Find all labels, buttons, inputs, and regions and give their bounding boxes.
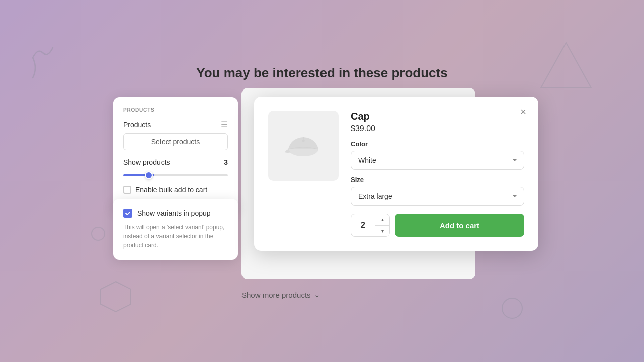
slider-container [123,169,228,178]
size-select[interactable]: Small Medium Large Extra large [351,187,524,206]
page-heading: You may be interested in these products [196,65,447,81]
quantity-decrement-button[interactable]: ▾ [375,226,389,237]
svg-point-1 [92,227,105,240]
product-image [268,111,339,181]
popup-description: This will open a 'select variant' popup,… [123,223,228,250]
color-select[interactable]: White Black Navy Red [351,151,524,170]
left-panel: PRODUCTS Products ☰ Select products Show… [113,97,238,212]
bulk-add-checkbox[interactable] [123,186,131,194]
quantity-value: 2 [351,214,375,236]
product-modal: × Cap $39.00 Color White Black Navy Red … [254,97,538,251]
add-to-cart-button[interactable]: Add to cart [395,214,524,237]
show-more-products[interactable]: Show more products ⌄ [242,290,320,299]
show-products-row: Show products 3 [123,158,228,166]
panel-popup-section: Show variants in popup This will open a … [113,199,238,260]
quantity-stepper: 2 ▴ ▾ [351,214,390,237]
product-price: $39.00 [351,124,524,133]
products-label: Products [123,121,151,129]
panel-section-label: PRODUCTS [123,107,228,113]
quantity-increment-button[interactable]: ▴ [375,214,389,226]
svg-point-0 [502,298,522,318]
slider-value: 3 [224,158,228,166]
products-row: Products ☰ [123,120,228,129]
chevron-down-icon: ⌄ [314,290,320,299]
show-more-label: Show more products [242,291,311,299]
stack-icon: ☰ [221,120,228,129]
show-variants-checkbox[interactable] [123,209,132,218]
add-to-cart-row: 2 ▴ ▾ Add to cart [351,214,524,237]
show-products-slider[interactable] [123,174,228,176]
qty-arrows: ▴ ▾ [375,214,389,236]
show-variants-row: Show variants in popup [123,209,228,218]
bulk-add-label: Enable bulk add to cart [135,186,207,194]
svg-point-4 [302,140,305,142]
product-details: Cap $39.00 Color White Black Navy Red Si… [351,111,524,237]
bulk-add-row: Enable bulk add to cart [123,186,228,194]
size-label: Size [351,176,524,184]
show-variants-label: Show variants in popup [137,209,211,217]
product-name: Cap [351,111,524,122]
color-label: Color [351,140,524,148]
select-products-button[interactable]: Select products [123,133,228,150]
show-products-label: Show products [123,158,170,166]
modal-close-button[interactable]: × [516,105,530,119]
